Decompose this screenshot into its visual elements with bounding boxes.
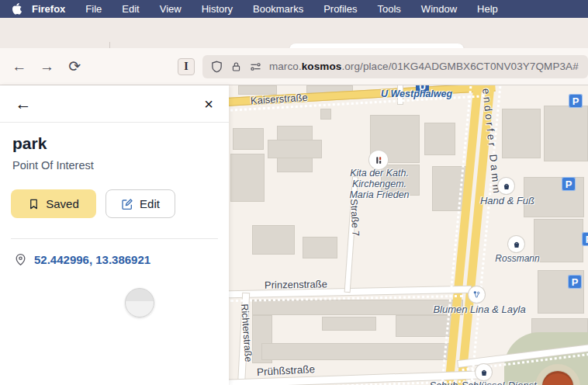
street-label-pruhssstrasse: Prühßstraße — [257, 363, 316, 378]
poi-label-blumen: Blumen Lina & Layla — [429, 303, 530, 315]
menu-file[interactable]: File — [75, 0, 112, 18]
street-label-westphalweg: U Westphalweg — [381, 88, 452, 99]
shop-icon-rossmann[interactable] — [508, 236, 524, 252]
poi-label-rossmann: Rossmann — [487, 253, 548, 264]
map-building — [424, 123, 455, 155]
map-building — [261, 343, 455, 360]
coordinates-link[interactable]: 52.442996, 13.386921 — [34, 253, 150, 266]
permissions-icon[interactable] — [249, 61, 262, 73]
map-building — [502, 109, 541, 158]
tab-bar: Marco: An unhosted maps app × Marco × + — [0, 18, 588, 48]
street-label-prinzenstrasse: Prinzenstraße — [265, 278, 327, 290]
parking-icon: P — [582, 232, 588, 246]
forward-button[interactable]: → — [36, 55, 59, 78]
apple-menu-icon[interactable] — [12, 3, 22, 15]
drag-handle[interactable] — [125, 288, 154, 317]
place-subtitle: Point Of Interest — [12, 159, 94, 172]
parking-icon: P — [569, 94, 583, 108]
location-pin-icon — [14, 252, 27, 267]
bookmark-icon — [28, 198, 40, 210]
poi-label-hand-fuss: Hand & Fuß — [476, 195, 539, 206]
back-button[interactable]: ← — [8, 55, 31, 78]
map-building — [303, 237, 337, 258]
shop-icon-hand-fuss[interactable] — [498, 178, 514, 194]
street-label-strasse-7: Straße 7 — [348, 199, 361, 237]
map-canvas[interactable]: U P P P P Kaiserstraße U Westphalweg end… — [229, 85, 588, 385]
place-title: park — [12, 134, 47, 153]
edit-icon — [121, 198, 133, 210]
poi-label-kita: Kita der Kath. Kirchengem. Maria Frieden — [336, 168, 423, 200]
divider — [11, 238, 218, 239]
navigation-toolbar: ← → ⟳ I marco.kosmos.org/place/01KG4ADGM… — [0, 48, 588, 85]
place-panel: ← × park Point Of Interest Saved Edit 52… — [0, 85, 229, 385]
extension-button[interactable]: I — [178, 58, 195, 75]
menu-edit[interactable]: Edit — [112, 0, 149, 18]
url-bar[interactable]: marco.kosmos.org/place/01KG4ADGMBX6CT0NV… — [202, 55, 588, 78]
menu-bookmarks[interactable]: Bookmarks — [243, 0, 313, 18]
panel-close-button[interactable]: × — [198, 93, 220, 115]
menu-firefox[interactable]: Firefox — [30, 0, 75, 18]
parking-icon: P — [568, 275, 582, 289]
macos-menubar: Firefox File Edit View History Bookmarks… — [0, 0, 588, 18]
menu-view[interactable]: View — [150, 0, 192, 18]
map-building — [544, 106, 588, 161]
street-label-kaiserstrasse: Kaiserstraße — [251, 92, 308, 106]
map-building — [230, 154, 265, 202]
map-building — [320, 109, 331, 120]
edit-button[interactable]: Edit — [105, 189, 175, 218]
parking-icon: P — [562, 177, 576, 191]
menu-window[interactable]: Window — [411, 0, 467, 18]
coordinates-row: 52.442996, 13.386921 — [14, 252, 150, 267]
shop-icon-schluessel[interactable] — [476, 364, 492, 380]
saved-button[interactable]: Saved — [11, 189, 96, 218]
menu-tools[interactable]: Tools — [368, 0, 411, 18]
map-building — [322, 317, 376, 331]
map-building — [252, 225, 295, 255]
menu-help[interactable]: Help — [467, 0, 508, 18]
url-text[interactable]: marco.kosmos.org/place/01KG4ADGMBX6CT0NV… — [269, 61, 579, 72]
shield-icon[interactable] — [210, 60, 223, 74]
panel-back-button[interactable]: ← — [12, 93, 34, 115]
lock-icon[interactable] — [230, 60, 242, 74]
menu-profiles[interactable]: Profiles — [313, 0, 367, 18]
map-building — [233, 128, 264, 150]
edit-label: Edit — [140, 197, 160, 210]
menu-history[interactable]: History — [192, 0, 243, 18]
poi-label-schluessel: Schub-Schlüssel-Dienst — [423, 380, 543, 385]
florist-icon[interactable] — [469, 286, 485, 303]
kindergarten-icon[interactable] — [369, 151, 388, 169]
panel-header: ← × — [0, 85, 229, 123]
saved-label: Saved — [46, 197, 79, 210]
reload-button[interactable]: ⟳ — [63, 55, 86, 78]
map-building — [268, 140, 322, 158]
